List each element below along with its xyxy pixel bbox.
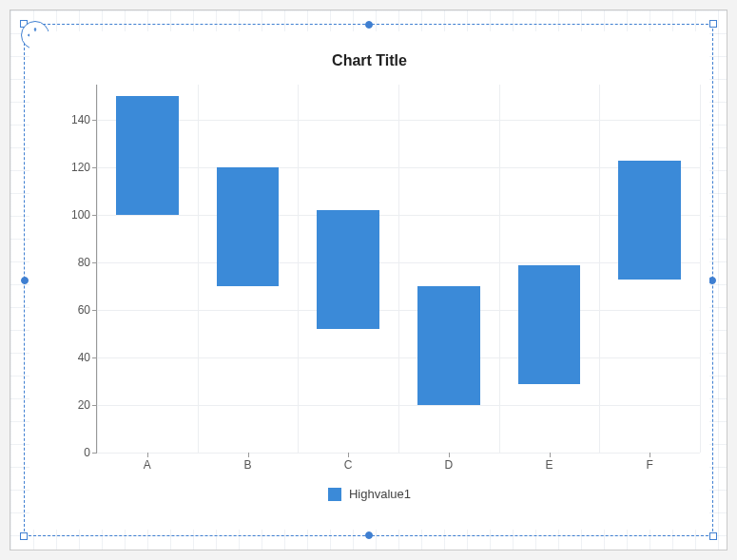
resize-handle-bottom-right[interactable]: [709, 532, 717, 540]
resize-handle-left-mid[interactable]: [21, 277, 29, 284]
x-tick-label: C: [344, 458, 353, 472]
y-tick-label: 140: [56, 113, 90, 126]
y-tick-label: 100: [56, 208, 90, 222]
x-tick-label: A: [144, 458, 151, 472]
gridline-v: [97, 85, 98, 453]
range-bar[interactable]: [317, 210, 379, 329]
y-tick-label: 40: [56, 351, 90, 364]
range-bar[interactable]: [518, 265, 581, 384]
y-tick-label: 60: [56, 303, 90, 317]
gridline-v: [700, 85, 701, 453]
gridline-v: [599, 85, 600, 453]
resize-handle-top-right[interactable]: [709, 20, 717, 28]
gridline-v: [198, 85, 199, 453]
legend-swatch: [328, 488, 341, 501]
x-tick-mark: [650, 453, 650, 457]
range-bar[interactable]: [217, 167, 280, 286]
x-tick-label: F: [646, 458, 652, 472]
y-tick-mark: [92, 453, 97, 454]
x-tick-mark: [147, 453, 148, 457]
y-tick-label: 80: [56, 256, 90, 269]
y-tick-label: 0: [56, 446, 90, 459]
designer-canvas[interactable]: Chart Title 020406080100120140 ABCDEF Hi…: [10, 10, 727, 550]
range-bar[interactable]: [417, 286, 480, 405]
gridline-v: [398, 85, 399, 453]
resize-handle-bottom-left[interactable]: [20, 532, 28, 540]
x-tick-mark: [550, 453, 551, 457]
chart-plot-wrap: 020406080100120140 ABCDEF: [56, 85, 700, 454]
chart-title[interactable]: Chart Title: [29, 31, 709, 87]
range-bar[interactable]: [618, 161, 681, 280]
resize-handle-top-mid[interactable]: [365, 21, 373, 29]
legend[interactable]: Highvalue1: [29, 487, 709, 501]
gridline-v: [298, 85, 299, 453]
range-bar[interactable]: [116, 96, 179, 215]
x-tick-mark: [348, 453, 349, 457]
gridline-v: [499, 85, 500, 453]
resize-handle-bottom-mid[interactable]: [365, 531, 373, 539]
gridline-h: [97, 453, 700, 454]
legend-label: Highvalue1: [349, 487, 411, 501]
x-tick-label: E: [545, 458, 553, 472]
x-tick-label: B: [243, 458, 251, 472]
y-tick-label: 20: [56, 398, 90, 412]
plot-area[interactable]: ABCDEF: [96, 85, 700, 454]
x-tick-mark: [449, 453, 450, 457]
resize-handle-right-mid[interactable]: [708, 277, 716, 284]
x-tick-mark: [248, 453, 249, 457]
x-tick-label: D: [444, 458, 453, 472]
chart-object[interactable]: Chart Title 020406080100120140 ABCDEF Hi…: [29, 31, 709, 530]
y-tick-label: 120: [56, 161, 90, 174]
y-axis: 020406080100120140: [56, 85, 96, 454]
